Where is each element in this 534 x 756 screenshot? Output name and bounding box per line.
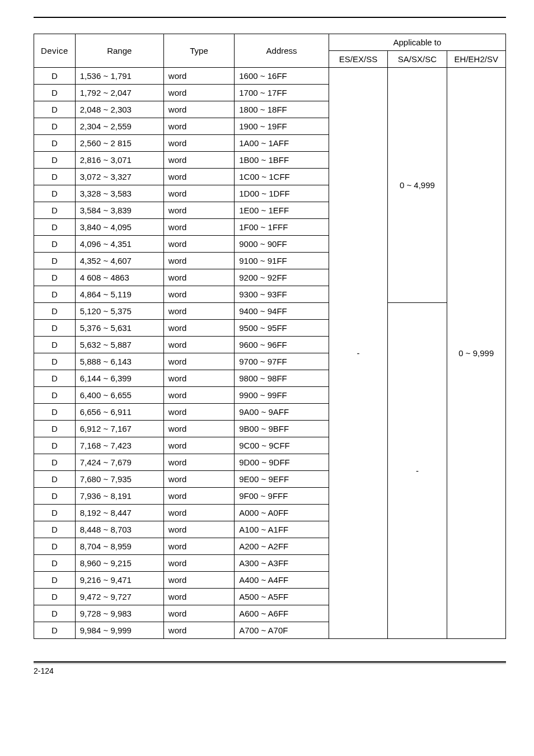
cell-type: word [163,185,234,202]
cell-device: D [34,118,76,135]
cell-range: 2,048 ~ 2,303 [75,101,163,118]
cell-type: word [163,572,234,589]
cell-address: 9900 ~ 99FF [235,387,329,404]
cell-address: A300 ~ A3FF [235,555,329,572]
cell-type: word [163,269,234,286]
cell-type: word [163,303,234,320]
cell-address: 1C00 ~ 1CFF [235,169,329,185]
cell-address: 9100 ~ 91FF [235,253,329,269]
cell-range: 8,192 ~ 8,447 [75,505,163,521]
cell-address: 1B00 ~ 1BFF [235,152,329,169]
cell-range: 5,632 ~ 5,887 [75,337,163,353]
cell-range: 6,144 ~ 6,399 [75,370,163,387]
cell-type: word [163,505,234,521]
cell-device: D [34,286,76,303]
cell-address: 1800 ~ 18FF [235,101,329,118]
cell-device: D [34,421,76,437]
cell-range: 4,096 ~ 4,351 [75,236,163,253]
cell-range: 5,888 ~ 6,143 [75,353,163,370]
cell-type: word [163,353,234,370]
cell-address: A400 ~ A4FF [235,572,329,589]
cell-address: 9C00 ~ 9CFF [235,437,329,454]
cell-device: D [34,185,76,202]
cell-device: D [34,135,76,152]
cell-range: 8,704 ~ 8,959 [75,538,163,555]
cell-type: word [163,437,234,454]
cell-device: D [34,101,76,118]
cell-device: D [34,253,76,269]
header-address: Address [235,34,329,68]
cell-type: word [163,320,234,337]
cell-address: A100 ~ A1FF [235,521,329,538]
cell-type: word [163,387,234,404]
top-rule [34,17,506,18]
header-range: Range [75,34,163,68]
cell-type: word [163,605,234,622]
cell-address: A000 ~ A0FF [235,505,329,521]
cell-device: D [34,202,76,219]
device-table: Device Range Type Address Applicable to … [34,34,506,639]
cell-range: 6,400 ~ 6,655 [75,387,163,404]
cell-device: D [34,589,76,605]
cell-type: word [163,68,234,85]
cell-range: 4,352 ~ 4,607 [75,253,163,269]
cell-address: 9D00 ~ 9DFF [235,454,329,471]
cell-range: 3,328 ~ 3,583 [75,185,163,202]
cell-range: 5,120 ~ 5,375 [75,303,163,320]
cell-type: word [163,152,234,169]
cell-type: word [163,286,234,303]
table-row: D1,536 ~ 1,791word1600 ~ 16FF-0 ~ 4,9990… [34,68,506,85]
cell-address: 9300 ~ 93FF [235,286,329,303]
cell-type: word [163,85,234,101]
cell-range: 3,840 ~ 4,095 [75,219,163,236]
cell-type: word [163,421,234,437]
header-type: Type [163,34,234,68]
table-row: D5,120 ~ 5,375word9400 ~ 94FF- [34,303,506,320]
cell-device: D [34,68,76,85]
cell-range: 9,472 ~ 9,727 [75,589,163,605]
cell-address: 1600 ~ 16FF [235,68,329,85]
cell-sa-merged-1: 0 ~ 4,999 [388,68,447,303]
cell-type: word [163,538,234,555]
cell-device: D [34,236,76,253]
cell-type: word [163,169,234,185]
cell-address: 1F00 ~ 1FFF [235,219,329,236]
header-device: Device [34,34,76,68]
cell-device: D [34,555,76,572]
cell-device: D [34,521,76,538]
cell-address: 9F00 ~ 9FFF [235,488,329,505]
cell-type: word [163,202,234,219]
cell-sa-merged-2: - [388,303,447,639]
cell-address: 9E00 ~ 9EFF [235,471,329,488]
cell-type: word [163,589,234,605]
cell-address: 9B00 ~ 9BFF [235,421,329,437]
cell-range: 9,728 ~ 9,983 [75,605,163,622]
cell-address: 9400 ~ 94FF [235,303,329,320]
cell-type: word [163,404,234,421]
cell-es-merged: - [329,68,387,639]
cell-range: 6,912 ~ 7,167 [75,421,163,437]
cell-range: 1,536 ~ 1,791 [75,68,163,85]
cell-address: 9600 ~ 96FF [235,337,329,353]
cell-device: D [34,488,76,505]
footer: 2-124 [34,661,506,675]
cell-type: word [163,135,234,152]
cell-address: 9700 ~ 97FF [235,353,329,370]
cell-address: 9200 ~ 92FF [235,269,329,286]
cell-range: 2,560 ~ 2 815 [75,135,163,152]
cell-device: D [34,387,76,404]
cell-address: A500 ~ A5FF [235,589,329,605]
cell-address: 9000 ~ 90FF [235,236,329,253]
cell-type: word [163,454,234,471]
cell-device: D [34,404,76,421]
cell-device: D [34,303,76,320]
cell-type: word [163,521,234,538]
cell-type: word [163,555,234,572]
footer-shadow [34,662,506,664]
cell-device: D [34,269,76,286]
header-sa: SA/SX/SC [388,51,447,68]
cell-range: 9,216 ~ 9,471 [75,572,163,589]
cell-range: 3,072 ~ 3,327 [75,169,163,185]
cell-device: D [34,471,76,488]
cell-address: A200 ~ A2FF [235,538,329,555]
